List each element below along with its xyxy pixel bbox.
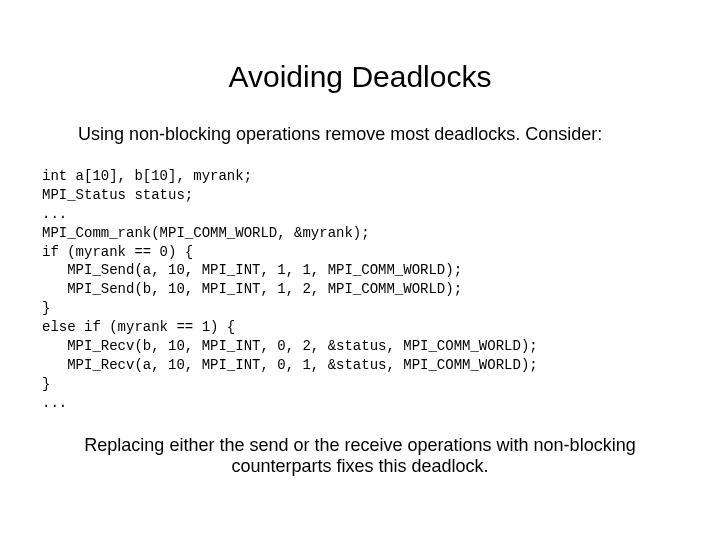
code-block: int a[10], b[10], myrank; MPI_Status sta… <box>42 167 680 413</box>
slide-title: Avoiding Deadlocks <box>40 60 680 94</box>
outro-text: Replacing either the send or the receive… <box>70 435 650 477</box>
intro-text: Using non-blocking operations remove mos… <box>78 124 680 145</box>
slide: Avoiding Deadlocks Using non-blocking op… <box>0 0 720 540</box>
